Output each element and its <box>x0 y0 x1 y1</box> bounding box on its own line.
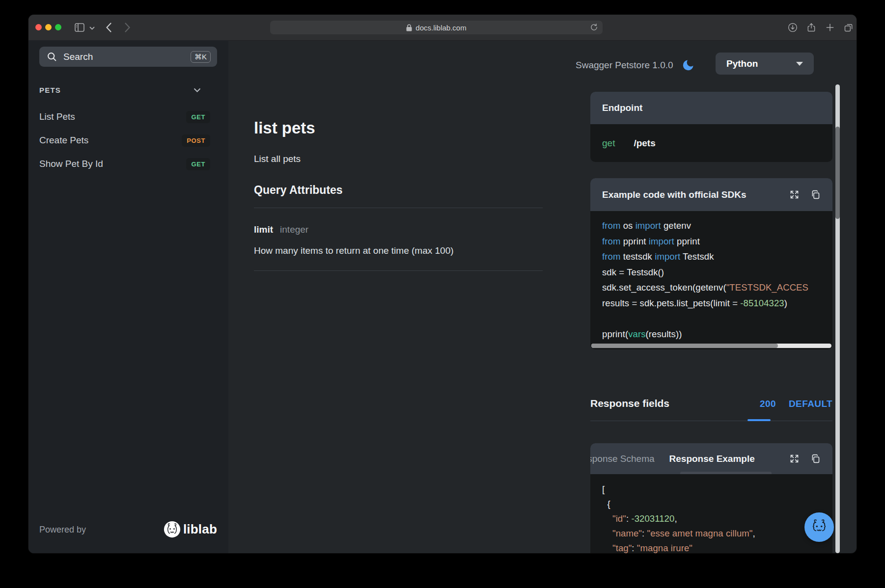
liblab-mascot-icon <box>164 521 181 538</box>
sidebar-chevron-icon[interactable] <box>89 27 95 30</box>
query-attributes-heading: Query Attributes <box>254 184 343 197</box>
browser-window: docs.liblab.com <box>28 15 857 553</box>
response-json-block: [ { "id": -32031120, "name": "esse amet … <box>590 474 832 553</box>
theme-moon-icon[interactable] <box>682 58 695 72</box>
downloads-button[interactable] <box>788 23 798 34</box>
url-text: docs.liblab.com <box>415 24 466 32</box>
attribute-name: limit <box>254 224 273 235</box>
endpoint-method: get <box>602 138 615 149</box>
share-button[interactable] <box>806 23 816 34</box>
minimize-window-button[interactable] <box>45 24 52 30</box>
example-card-header: Example code with official SDKs <box>590 178 832 211</box>
horizontal-scrollbar-thumb[interactable] <box>591 344 778 348</box>
attribute-type: integer <box>280 224 308 235</box>
search-icon <box>47 52 57 62</box>
tab-response-schema[interactable]: Response Schema <box>590 454 655 464</box>
new-tab-button[interactable] <box>825 23 835 34</box>
back-button[interactable] <box>106 23 111 32</box>
nav-item-label: Create Pets <box>39 135 88 146</box>
sdk-code-block: from os import getenvfrom pprint import … <box>590 211 832 342</box>
section-label: PETS <box>39 86 61 94</box>
endpoint-card-header: Endpoint <box>590 92 832 124</box>
response-card-header: Response Schema Response Example <box>590 443 832 474</box>
attribute-description: How many items to return at one time (ma… <box>254 245 454 256</box>
divider <box>254 270 543 271</box>
expand-icon[interactable] <box>789 454 800 464</box>
reload-button[interactable] <box>590 23 598 33</box>
close-window-button[interactable] <box>35 24 42 30</box>
page-title: list pets <box>254 119 315 137</box>
zoom-window-button[interactable] <box>55 24 61 30</box>
sidebar-item-create-pets[interactable]: Create Pets POST <box>39 133 217 148</box>
response-example-card: Response Schema Response Example [ { "id… <box>590 443 832 553</box>
vertical-scrollbar-thumb[interactable] <box>835 127 840 219</box>
search-shortcut-badge: ⌘K <box>191 51 211 63</box>
traffic-lights <box>35 24 61 30</box>
method-badge: GET <box>186 111 210 123</box>
screen-background: docs.liblab.com <box>0 0 885 588</box>
dropdown-caret-icon <box>796 62 803 66</box>
sidebar-section-pets[interactable]: PETS <box>39 83 210 96</box>
page-description: List all pets <box>254 154 301 164</box>
method-badge: GET <box>186 158 210 170</box>
attribute-row: limitinteger <box>254 224 308 235</box>
tabs-divider <box>590 421 832 421</box>
example-code-card: Example code with official SDKs from os … <box>590 178 832 349</box>
horizontal-scrollbar-track[interactable] <box>591 344 831 348</box>
nav-item-label: Show Pet By Id <box>39 159 103 169</box>
powered-by-label: Powered by <box>39 525 86 535</box>
active-tab-indicator <box>680 472 772 474</box>
method-badge: POST <box>182 134 210 147</box>
endpoint-path: /pets <box>634 138 655 149</box>
tab-response-example[interactable]: Response Example <box>669 454 755 464</box>
sidebar-item-show-pet-by-id[interactable]: Show Pet By Id GET <box>39 157 217 171</box>
api-title: Swagger Petstore 1.0.0 <box>576 60 673 71</box>
divider <box>254 208 543 208</box>
active-tab-underline <box>747 419 771 421</box>
chevron-down-icon <box>194 88 201 92</box>
tab-200[interactable]: 200 <box>760 399 776 409</box>
toolbar-actions <box>788 23 854 34</box>
sidebar-item-list-pets[interactable]: List Pets GET <box>39 109 217 124</box>
liblab-logo[interactable]: liblab <box>164 521 217 538</box>
endpoint-title: Endpoint <box>602 103 642 113</box>
address-bar[interactable]: docs.liblab.com <box>270 21 603 34</box>
search-input[interactable]: Search ⌘K <box>39 47 217 67</box>
liblab-mascot-icon <box>809 517 830 537</box>
search-placeholder: Search <box>63 52 93 62</box>
sidebar-footer: Powered by liblab <box>28 521 228 540</box>
copy-icon[interactable] <box>810 189 821 200</box>
liblab-wordmark: liblab <box>183 522 217 537</box>
language-dropdown[interactable]: Python <box>716 53 814 75</box>
endpoint-body: get /pets <box>590 124 832 162</box>
example-card-title: Example code with official SDKs <box>602 189 747 200</box>
forward-button[interactable] <box>125 23 130 32</box>
vertical-scrollbar-track[interactable] <box>835 84 840 553</box>
lock-icon <box>406 24 412 31</box>
tab-default[interactable]: DEFAULT <box>789 399 832 409</box>
browser-toolbar: docs.liblab.com <box>28 15 857 41</box>
expand-icon[interactable] <box>789 189 800 200</box>
endpoint-card: Endpoint get /pets <box>590 92 832 162</box>
sidebar-toggle-icon[interactable] <box>75 23 84 32</box>
copy-icon[interactable] <box>810 454 821 464</box>
sidebar: Search ⌘K PETS List Pets GET Create Pets… <box>28 40 228 553</box>
nav-item-label: List Pets <box>39 111 75 122</box>
liblab-chat-widget[interactable] <box>804 512 834 542</box>
response-status-tabs: 200 DEFAULT <box>590 399 832 409</box>
main-content: list pets List all pets Query Attributes… <box>228 40 590 553</box>
language-selected: Python <box>726 58 758 69</box>
tab-overview-button[interactable] <box>844 23 854 34</box>
